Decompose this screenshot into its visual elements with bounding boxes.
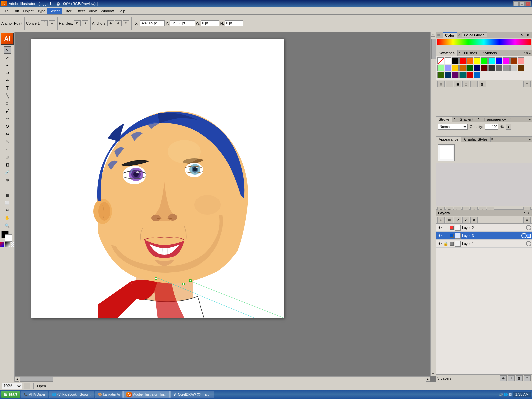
taskbar-aha-dialer[interactable]: 📞 AHA Dialer [21,391,48,398]
swatch-black[interactable] [452,57,459,64]
swatch-pink[interactable] [518,57,524,64]
swatch-dkgray[interactable] [488,65,495,71]
anchors-btn2[interactable]: ⊗ [115,20,122,26]
layers-footer-menu[interactable]: ≡ [524,375,531,381]
color-spectrum[interactable] [437,39,531,45]
layer-item-2[interactable]: 👁 Layer 2 [436,224,532,232]
maximize-button[interactable]: □ [519,1,525,6]
anchors-btn3[interactable]: ⊘ [123,20,129,26]
layers-close[interactable]: × [524,211,526,215]
line-tool[interactable]: ╲ [4,92,11,99]
stroke-expand[interactable]: » [527,117,532,122]
swatch-cobalt[interactable] [474,72,480,78]
scroll-down-arrow[interactable]: ▼ [431,372,435,376]
collect-in-new-layer-btn[interactable]: ⊠ [470,217,478,223]
swatch-dkblue[interactable] [445,72,451,78]
layer-2-target[interactable] [526,225,531,230]
opacity-increment[interactable]: ▲ [506,124,511,130]
selection-tool[interactable]: ↖ [4,46,11,54]
swatches-tab[interactable]: Swatches [436,50,458,56]
swatch-blue[interactable] [496,57,502,64]
new-layer-btn[interactable]: + [508,375,515,381]
layer-2-lock[interactable] [443,225,449,231]
make-release-clipping-mask-btn[interactable]: ⊞ [446,217,453,223]
handles-btn1[interactable]: ⊓ [74,20,81,26]
pencil-tool[interactable]: ✏ [4,115,11,122]
swatch-navy[interactable] [474,65,480,71]
zoom-tool[interactable]: 🔍 [4,222,11,229]
canvas-scrollbar-vertical[interactable]: ▲ ▼ [430,32,436,376]
layers-top-menu[interactable]: ≡ [523,217,531,223]
w-input[interactable] [201,20,219,26]
blend-tool[interactable]: ⊕ [4,176,11,184]
swatch-purple[interactable] [452,72,459,78]
layer-1-target[interactable] [526,241,531,246]
titlebar-controls[interactable]: – □ × [513,1,531,6]
reflect-tool[interactable]: ⇔ [4,130,11,138]
taskbar-karikatur[interactable]: 🎨 karikatur Ai [95,391,123,398]
taskbar-coreldraw[interactable]: 🖌 CorelDRAW X3 - [E:\... [170,391,214,398]
transparency-tab[interactable]: Transparency [481,117,509,122]
menu-edit[interactable]: Edit [11,8,21,14]
status-zoom[interactable]: 25% 50% 75% 100% 150% 200% [2,383,22,389]
graphic-styles-tab[interactable]: Graphic Styles [461,137,491,142]
rotate-tool[interactable]: ↻ [4,123,11,130]
layer-3-visibility[interactable]: 👁 [437,233,443,239]
swatch-ltblue[interactable] [445,65,451,71]
paintbrush-tool[interactable]: 🖌 [4,107,11,115]
menu-object[interactable]: Object [21,8,36,14]
color-tab[interactable]: Color [443,32,457,38]
menu-type[interactable]: Type [36,8,48,14]
gradient-tool[interactable]: ◧ [4,161,11,168]
color-panel-close[interactable]: × [521,33,523,37]
swatch-olive[interactable] [437,72,444,78]
brushes-tab[interactable]: Brushes [461,50,480,56]
color-btn[interactable] [0,242,4,247]
show-swatch-kinds-btn[interactable]: ☰ [446,81,453,87]
swatch-crimson[interactable] [466,72,473,78]
eyedropper-tool[interactable]: 💉 [4,169,11,176]
minimize-button[interactable]: – [513,1,519,6]
convert-btn1[interactable]: ⌒ [41,20,48,26]
menu-select[interactable]: Select [47,8,62,14]
rectangle-tool[interactable]: □ [4,100,11,107]
scale-tool[interactable]: ⤡ [4,138,11,145]
opacity-input[interactable] [485,124,498,130]
scroll-right-arrow[interactable]: ► [426,377,430,382]
canvas-scrollbar-horizontal[interactable]: ◄ ► [15,376,430,382]
stroke-tab[interactable]: Stroke [436,117,452,122]
new-swatch-group-btn[interactable]: ⊞ [437,81,445,87]
layer-1-visibility[interactable]: 👁 [437,241,443,247]
close-button[interactable]: × [525,1,531,6]
enter-isolation-mode-btn[interactable]: ↗ [454,217,461,223]
menu-file[interactable]: File [1,8,11,14]
delete-layer-btn[interactable]: 🗑 [516,375,523,381]
swatch-ltgreen[interactable] [437,65,444,71]
delete-swatch-btn[interactable]: 🗑 [479,81,486,87]
taskbar-facebook[interactable]: 🌐 (3) Facebook - Googl... [49,391,94,398]
status-page-btn[interactable]: ⊞ [24,383,30,389]
swatch-medgray[interactable] [503,65,510,71]
graph-tool[interactable]: ▦ [4,192,11,199]
handles-btn2[interactable]: ⊔ [82,20,88,26]
taskbar-illustrator[interactable]: Ai Adobe Illustrator - [in... [123,391,170,398]
swatch-teal[interactable] [459,72,466,78]
swatch-options-btn[interactable]: ◼ [454,81,461,87]
menu-filter[interactable]: Filter [62,8,73,14]
layer-item-3[interactable]: 👁 Layer 3 [436,232,532,240]
swatches-expand[interactable]: » [529,51,531,55]
layer-item-1[interactable]: 👁 🔒 Layer 1 [436,240,532,248]
scroll-left-arrow[interactable]: ◄ [15,377,19,382]
swatches-close[interactable]: × [526,51,528,55]
swatch-dkgreen[interactable] [466,65,473,71]
y-input[interactable] [170,20,195,26]
panel-expand-btn[interactable]: » [525,32,531,38]
none-btn[interactable] [11,242,15,247]
swatch-red[interactable] [459,57,466,64]
zoom-select[interactable]: 25% 50% 75% 100% 150% 200% [2,383,22,389]
blend-mode-select[interactable]: Normal Multiply Screen Overlay [438,124,468,130]
menu-view[interactable]: View [87,8,99,14]
free-transform-tool[interactable]: ⊞ [4,153,11,161]
swatch-cyan[interactable] [488,57,495,64]
layers-expand[interactable]: » [527,211,530,215]
